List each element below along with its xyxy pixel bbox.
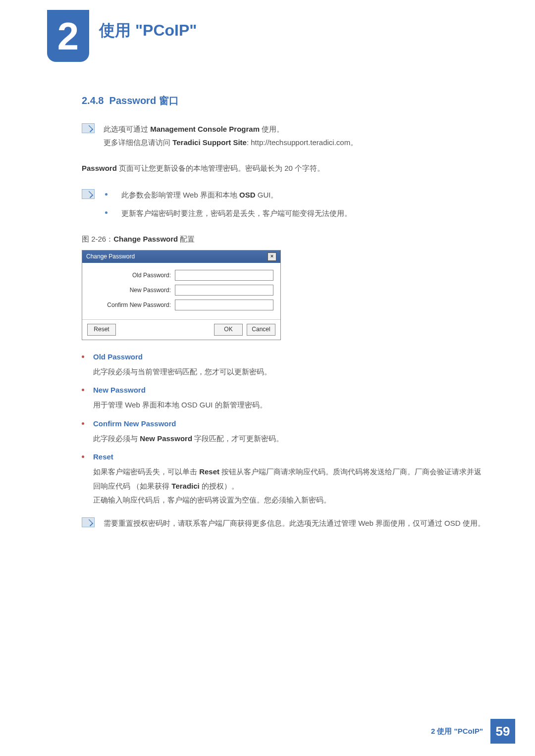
figure-caption: 图 2-26：Change Password 配置 (82, 235, 488, 244)
chapter-badge: 2 (47, 10, 89, 62)
bullet-dot (82, 455, 84, 458)
new-password-input[interactable] (175, 285, 273, 296)
note2-b2: 更新客户端密码时要注意，密码若是丢失，客户端可能变得无法使用。 (121, 206, 352, 220)
def-reset-s1: 的授权）。 (200, 482, 239, 490)
def-body-reset: 如果客户端密码丢失，可以单击 Reset 按钮从客户端厂商请求响应代码。质询代码… (93, 465, 488, 507)
confirm-password-label: Confirm New Password: (89, 302, 175, 308)
footer-text: 2 使用 "PCoIP" (431, 727, 483, 736)
note-icon (82, 189, 95, 199)
bullet-dot (82, 422, 84, 425)
new-password-label: New Password: (89, 287, 175, 294)
bullet-dot (82, 355, 84, 358)
section-title: Password (109, 95, 156, 106)
close-icon[interactable]: × (268, 252, 276, 261)
bullet-dot (82, 389, 84, 391)
note-icon (82, 123, 95, 133)
body1-text: 页面可让您更新设备的本地管理密码。密码最长为 20 个字符。 (117, 164, 324, 172)
body-paragraph-1: Password 页面可让您更新设备的本地管理密码。密码最长为 20 个字符。 (82, 161, 488, 176)
def-title-reset: Reset (93, 453, 113, 461)
note1-l2-prefix: 更多详细信息请访问 (104, 138, 172, 147)
def-confirm-prefix: 此字段必须与 (93, 434, 140, 443)
chapter-title: 使用 "PCoIP" (99, 20, 197, 42)
note-block-2: 此参数会影响管理 Web 界面和本地 OSD GUI。 更新客户端密码时要注意，… (82, 188, 488, 225)
note-block-3: 需要重置授权密码时，请联系客户端厂商获得更多信息。此选项无法通过管理 Web 界… (82, 516, 488, 530)
note3-text: 需要重置授权密码时，请联系客户端厂商获得更多信息。此选项无法通过管理 Web 界… (104, 516, 485, 530)
definition-list: Old Password 此字段必须与当前管理密码匹配，您才可以更新密码。 Ne… (82, 353, 488, 507)
note1-l1-bold: Management Console Program (150, 125, 260, 133)
figure-suffix: 配置 (178, 235, 195, 243)
old-password-input[interactable] (175, 270, 273, 281)
figure-prefix: 图 2-26： (82, 235, 113, 243)
chapter-number: 2 (57, 17, 79, 55)
note-block-1: 此选项可通过 Management Console Program 使用。 更多… (82, 122, 488, 149)
def-body-confirm: 此字段必须与 New Password 字段匹配，才可更新密码。 (93, 432, 488, 446)
def-title-new: New Password (93, 386, 146, 394)
note2-b1-prefix: 此参数会影响管理 Web 界面和本地 (121, 191, 239, 199)
dialog-titlebar: Change Password × (82, 251, 280, 263)
note1-l1-prefix: 此选项可通过 (104, 125, 150, 133)
note2-b1-bold: OSD (239, 191, 256, 199)
def-body-new: 用于管理 Web 界面和本地 OSD GUI 的新管理密码。 (93, 398, 488, 412)
def-confirm-suffix: 字段匹配，才可更新密码。 (192, 434, 283, 443)
def-body-old: 此字段必须与当前管理密码匹配，您才可以更新密码。 (93, 365, 488, 379)
change-password-dialog: Change Password × Old Password: New Pass… (82, 250, 281, 340)
note1-l1-suffix: 使用。 (260, 125, 284, 133)
body1-bold: Password (82, 164, 117, 172)
note-icon (82, 517, 95, 527)
old-password-label: Old Password: (89, 272, 175, 279)
def-reset-b2: Teradici (171, 482, 199, 490)
section-number: 2.4.8 (82, 95, 104, 106)
note1-l2-suffix: : http://techsupport.teradici.com。 (247, 138, 358, 147)
reset-button[interactable]: Reset (87, 324, 116, 336)
footer-page-number: 59 (490, 719, 515, 744)
ok-button[interactable]: OK (214, 324, 243, 336)
def-title-confirm: Confirm New Password (93, 419, 176, 428)
bullet-dot (105, 193, 107, 196)
def-reset-l2: 正确输入响应代码后，客户端的密码将设置为空值。您必须输入新密码。 (93, 493, 488, 507)
def-reset-p1: 如果客户端密码丢失，可以单击 (93, 467, 199, 476)
cancel-button[interactable]: Cancel (247, 324, 275, 336)
section-heading: 2.4.8 Password 窗口 (82, 94, 488, 107)
bullet-dot (105, 211, 107, 214)
confirm-password-input[interactable] (175, 300, 273, 310)
section-suffix: 窗口 (159, 95, 179, 106)
dialog-title-text: Change Password (86, 253, 135, 260)
figure-bold: Change Password (113, 235, 178, 243)
def-reset-b1: Reset (199, 467, 219, 476)
note1-l2-bold: Teradici Support Site (172, 138, 247, 147)
def-title-old: Old Password (93, 353, 143, 361)
note2-b1-suffix: GUI。 (256, 191, 278, 199)
def-confirm-bold: New Password (140, 434, 192, 443)
page-footer: 2 使用 "PCoIP" 59 (431, 719, 515, 744)
